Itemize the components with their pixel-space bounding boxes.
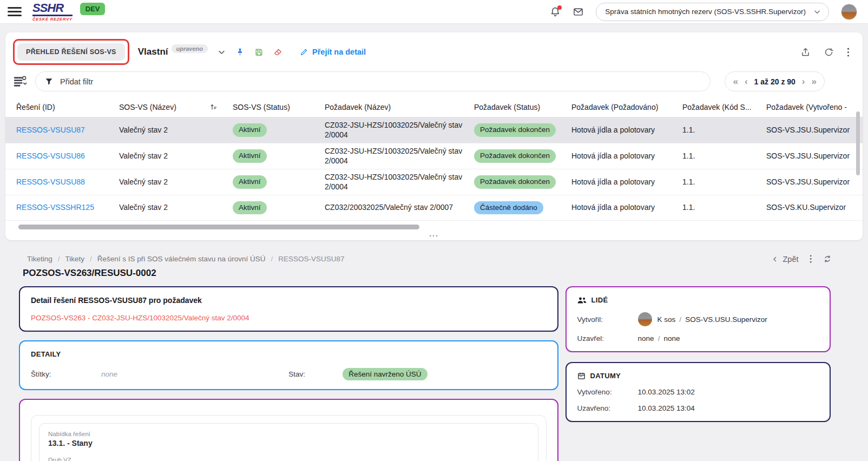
detail-kebab-icon[interactable] (810, 254, 812, 264)
messages-envelope-icon[interactable] (573, 6, 584, 17)
app-logo[interactable]: SSHR ČESKÉ REZERVY (32, 2, 73, 22)
cell-request-name: CZ032-JSU-HZS/10032025/Valečný stav 2/00… (325, 169, 474, 195)
table-row[interactable]: RESSOS-VSUSU87 Valečný stav 2 Aktivní CZ… (5, 117, 863, 143)
status-badge: Aktivní (233, 201, 267, 215)
cell-requested: Hotová jídla a polotovary (571, 174, 682, 190)
user-avatar[interactable] (841, 4, 857, 20)
request-status-badge: Částečně dodáno (474, 201, 543, 215)
cell-sosvs-name: Valečný stav 2 (119, 148, 233, 164)
breadcrumb-tiketing[interactable]: Tiketing (27, 255, 52, 263)
vertical-scrollbar-thumb[interactable] (856, 111, 860, 175)
horizontal-scrollbar[interactable] (16, 225, 852, 229)
col-header-reseni-id[interactable]: Řešení (ID) (16, 103, 119, 111)
back-button[interactable]: Zpět (772, 255, 798, 264)
cell-code: 1.1. (682, 174, 766, 190)
sync-icon[interactable] (823, 254, 832, 264)
cell-solution-id[interactable]: RESSOS-VSUSU86 (16, 148, 119, 164)
creator-name[interactable]: K sos (657, 315, 676, 324)
request-status-badge: Požadavek dokončen (474, 123, 556, 137)
cell-requested: Hotová jídla a polotovary (571, 148, 682, 164)
breadcrumb-reseni[interactable]: Řešení s IS při SOS válečném stavu na úr… (97, 255, 266, 263)
vz-kind-label: Druh VZ (48, 457, 529, 461)
detail-header: Tiketing / Tikety / Řešení s IS při SOS … (5, 254, 863, 264)
offer-label: Nabídka řešení (48, 431, 529, 437)
add-filter-placeholder: Přidat filtr (60, 77, 93, 86)
brand-name: SSHR (32, 2, 73, 16)
created-at-label: Vytvořeno: (577, 388, 638, 396)
cell-code: 1.1. (682, 122, 766, 139)
breadcrumb-tikety[interactable]: Tikety (65, 255, 85, 263)
last-page-icon[interactable]: » (812, 77, 817, 86)
menu-icon[interactable] (8, 5, 22, 18)
col-header-pozadavek-status[interactable]: Požadavek (Status) (474, 103, 571, 111)
pagination-range: 1 až 20 z 90 (754, 77, 795, 86)
column-settings-icon[interactable] (13, 75, 28, 88)
cell-created-by: SOS-VS.KU.Supervizor (766, 200, 863, 216)
view-chevron-down-icon[interactable] (218, 48, 226, 56)
cell-solution-id[interactable]: RESSOS-VSUSU87 (16, 122, 119, 139)
save-view-icon[interactable] (254, 48, 264, 57)
more-kebab-icon[interactable] (847, 47, 850, 57)
col-header-pozadavek-pozadovano[interactable]: Požadavek (Požadováno) (571, 103, 682, 111)
cell-sosvs-name: Valečný stav 2 (119, 174, 233, 190)
request-link[interactable]: POZSOS-VS263 - CZ032-JSU-HZS/10032025/Va… (31, 314, 547, 322)
cell-solution-id[interactable]: RESSOS-VSSSHR125 (16, 200, 119, 216)
pencil-icon (300, 48, 308, 56)
notification-dot (557, 5, 562, 10)
go-to-detail-link[interactable]: Přejít na detail (300, 48, 366, 56)
breadcrumb-separator: / (90, 255, 92, 263)
offer-group: Nabídka řešení 13.1. - Stany Druh VZ (31, 415, 547, 461)
pin-view-icon[interactable] (235, 48, 245, 57)
calendar-icon (577, 372, 586, 380)
request-status-badge: Požadavek dokončen (474, 149, 556, 163)
col-header-sosvs-nazev[interactable]: SOS-VS (Název) (119, 103, 233, 111)
list-toolbar: PŘEHLED ŘEŠENÍ SOS-VS Vlastní upraveno P… (5, 32, 863, 69)
expand-more-handle[interactable]: ... (5, 229, 863, 240)
col-header-pozadavek-vytvoreno[interactable]: Požadavek (Vytvořeno - (766, 103, 863, 111)
table-row[interactable]: RESSOS-VSUSU88 Valečný stav 2 Aktivní CZ… (5, 169, 863, 195)
breadcrumb-separator: / (58, 255, 60, 263)
status-badge: Aktivní (233, 123, 267, 137)
table-row[interactable]: RESSOS-VSSSHR125 Valečný stav 2 Aktivní … (5, 195, 863, 221)
view-title[interactable]: PŘEHLED ŘEŠENÍ SOS-VS (17, 43, 125, 61)
page-title: POZSOS-VS263/RESUSU-0002 (5, 264, 863, 279)
col-header-pozadavek-nazev[interactable]: Požadavek (Název) (325, 103, 474, 111)
breadcrumb-separator: / (271, 255, 273, 263)
export-icon[interactable] (800, 47, 811, 57)
refresh-icon[interactable] (824, 47, 834, 57)
col-header-sosvs-status[interactable]: SOS-VS (Status) (233, 103, 325, 111)
status-badge: Aktivní (233, 149, 267, 163)
sort-ascending-icon[interactable] (209, 103, 218, 111)
env-badge: DEV (80, 3, 106, 15)
cell-solution-id[interactable]: RESSOS-VSUSU88 (16, 174, 119, 190)
state-label: Stav: (288, 370, 343, 378)
horizontal-scrollbar-thumb[interactable] (18, 225, 419, 229)
col-header-pozadavek-kod[interactable]: Požadavek (Kód S... (682, 103, 766, 111)
view-title-annotation: PŘEHLED ŘEŠENÍ SOS-VS (13, 39, 129, 65)
cell-code: 1.1. (682, 200, 766, 216)
notifications-bell-icon[interactable] (550, 6, 561, 17)
dates-card-title: DATUMY (590, 372, 621, 380)
solutions-list-card: PŘEHLED ŘEŠENÍ SOS-VS Vlastní upraveno P… (5, 32, 863, 240)
cell-sosvs-name: Valečný stav 2 (119, 122, 233, 139)
table-row[interactable]: RESSOS-VSUSU86 Valečný stav 2 Aktivní CZ… (5, 143, 863, 169)
offer-card: Nabídka řešení 13.1. - Stany Druh VZ (19, 399, 558, 461)
people-card-title: LIDÉ (591, 296, 608, 304)
first-page-icon[interactable]: « (733, 77, 738, 86)
add-filter-input[interactable]: Přidat filtr (35, 71, 711, 91)
offer-fields: Nabídka řešení 13.1. - Stany Druh VZ (39, 423, 538, 461)
tags-value: none (101, 370, 117, 378)
role-select[interactable]: Správa státních hmotných rezerv (SOS-VS.… (596, 3, 829, 21)
saved-view-name[interactable]: Vlastní upraveno (138, 47, 208, 57)
creator-role: SOS-VS.USU.Supervizor (685, 315, 767, 324)
breadcrumb: Tiketing / Tikety / Řešení s IS při SOS … (27, 255, 345, 263)
filter-row: Přidat filtr « ‹ 1 až 20 z 90 › » (5, 69, 863, 97)
back-label: Zpět (782, 255, 798, 264)
next-page-icon[interactable]: › (802, 77, 805, 86)
offer-value: 13.1. - Stany (48, 439, 529, 447)
people-card: LIDÉ Vytvořil: K sos / SOS-VS.USU.Superv… (565, 286, 831, 352)
prev-page-icon[interactable]: ‹ (745, 77, 748, 86)
slash-separator: / (658, 334, 660, 343)
creator-avatar (638, 312, 652, 326)
clear-view-eraser-icon[interactable] (273, 48, 282, 57)
